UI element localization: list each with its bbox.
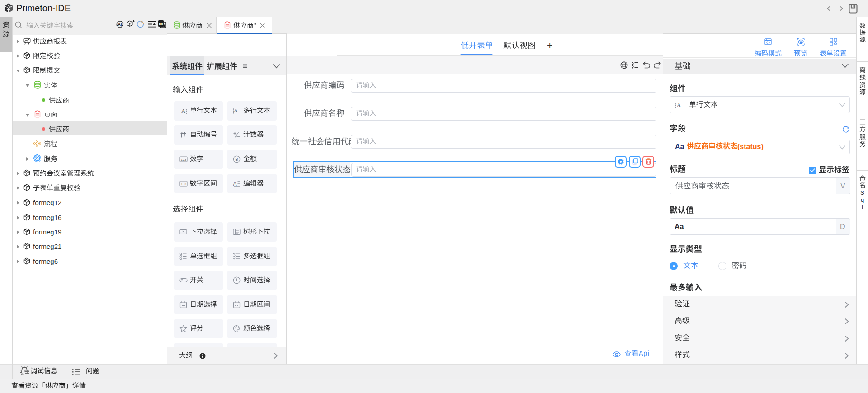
svg-text:1~3: 1~3: [181, 182, 186, 186]
svg-text:123: 123: [181, 158, 187, 162]
svg-text:¥: ¥: [235, 157, 238, 162]
svg-text:En: En: [159, 22, 163, 25]
svg-text:A: A: [234, 108, 237, 112]
svg-text:A: A: [181, 108, 185, 114]
svg-text:A: A: [233, 181, 236, 187]
svg-text:AI: AI: [118, 22, 122, 27]
svg-text:A: A: [677, 102, 681, 108]
